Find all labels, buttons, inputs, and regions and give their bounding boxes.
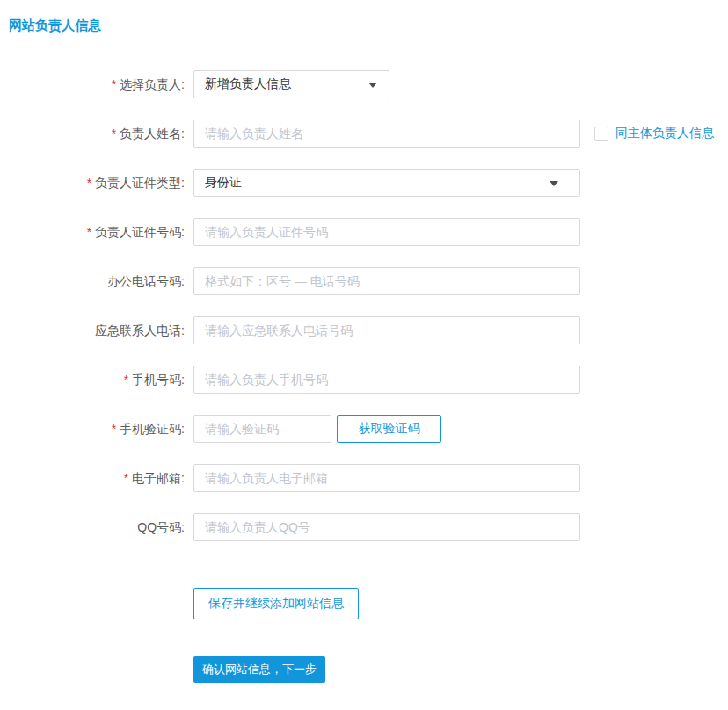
save-and-continue-button[interactable]: 保存并继续添加网站信息 bbox=[193, 588, 359, 619]
field-label-text: 手机号码: bbox=[132, 373, 185, 387]
chevron-down-icon bbox=[368, 83, 377, 88]
select-responsible-person[interactable]: 新增负责人信息 bbox=[193, 70, 389, 98]
field-label-text: 选择负责人: bbox=[120, 77, 185, 91]
form-row-id-number: *负责人证件号码: bbox=[0, 218, 728, 246]
field-label: QQ号码: bbox=[0, 513, 185, 541]
sms-code-input[interactable] bbox=[193, 415, 331, 443]
form-row-emergency-phone: 应急联系人电话: bbox=[0, 316, 728, 344]
required-asterisk: * bbox=[124, 373, 128, 387]
page-title: 网站负责人信息 bbox=[9, 18, 728, 33]
field-control: 身份证 bbox=[193, 169, 580, 197]
field-label-text: 办公电话号码: bbox=[107, 274, 185, 288]
same-subject-checkbox-label[interactable]: 同主体负责人信息 bbox=[615, 126, 714, 141]
select-value: 身份证 bbox=[205, 175, 242, 191]
form-row-qq: QQ号码: bbox=[0, 513, 728, 541]
form-row-id-type: *负责人证件类型: 身份证 bbox=[0, 169, 728, 197]
select-value: 新增负责人信息 bbox=[205, 76, 291, 92]
required-asterisk: * bbox=[112, 422, 116, 436]
field-label-text: 负责人证件号码: bbox=[95, 225, 185, 239]
email-input[interactable] bbox=[193, 464, 580, 492]
form-row-person-name: *负责人姓名: 同主体负责人信息 bbox=[0, 120, 728, 148]
field-label-text: 应急联系人电话: bbox=[95, 323, 185, 337]
get-sms-code-button[interactable]: 获取验证码 bbox=[337, 415, 441, 443]
confirm-next-button[interactable]: 确认网站信息，下一步 bbox=[193, 656, 325, 683]
required-asterisk: * bbox=[87, 176, 91, 190]
field-control bbox=[193, 513, 580, 541]
select-id-type[interactable]: 身份证 bbox=[193, 169, 580, 197]
field-label: 应急联系人电话: bbox=[0, 316, 185, 344]
field-label: *选择负责人: bbox=[0, 70, 185, 98]
responsible-person-form: *选择负责人: 新增负责人信息 *负责人姓名: 同主体负责人信息 *负责人证件类… bbox=[0, 70, 728, 541]
field-control bbox=[193, 218, 580, 246]
field-label: *手机验证码: bbox=[0, 415, 185, 443]
field-label: *电子邮箱: bbox=[0, 464, 185, 492]
field-control: 同主体负责人信息 bbox=[193, 120, 714, 148]
form-row-mobile: *手机号码: bbox=[0, 366, 728, 394]
required-asterisk: * bbox=[112, 77, 116, 91]
field-control bbox=[193, 464, 580, 492]
form-row-sms-code: *手机验证码: 获取验证码 bbox=[0, 415, 728, 443]
form-row-email: *电子邮箱: bbox=[0, 464, 728, 492]
field-label-text: 负责人证件类型: bbox=[95, 176, 185, 190]
id-number-input[interactable] bbox=[193, 218, 580, 246]
field-label-text: 手机验证码: bbox=[120, 422, 185, 436]
field-label: *负责人姓名: bbox=[0, 120, 185, 148]
field-label: *负责人证件类型: bbox=[0, 169, 185, 197]
field-label: *负责人证件号码: bbox=[0, 218, 185, 246]
qq-input[interactable] bbox=[193, 513, 580, 541]
field-control: 获取验证码 bbox=[193, 415, 441, 443]
required-asterisk: * bbox=[87, 225, 91, 239]
chevron-down-icon bbox=[550, 181, 558, 186]
field-control bbox=[193, 267, 580, 295]
mobile-input[interactable] bbox=[193, 366, 580, 394]
field-label-text: 电子邮箱: bbox=[132, 471, 185, 485]
field-label-text: QQ号码: bbox=[137, 520, 185, 534]
field-control: 新增负责人信息 bbox=[193, 70, 389, 98]
field-control bbox=[193, 316, 580, 344]
required-asterisk: * bbox=[124, 471, 128, 485]
field-label-text: 负责人姓名: bbox=[120, 127, 185, 141]
same-subject-checkbox[interactable] bbox=[594, 127, 608, 141]
form-row-select-person: *选择负责人: 新增负责人信息 bbox=[0, 70, 728, 98]
field-label: *手机号码: bbox=[0, 366, 185, 394]
form-row-office-phone: 办公电话号码: bbox=[0, 267, 728, 295]
field-label: 办公电话号码: bbox=[0, 267, 185, 295]
emergency-phone-input[interactable] bbox=[193, 316, 580, 344]
person-name-input[interactable] bbox=[193, 120, 580, 148]
office-phone-input[interactable] bbox=[193, 267, 580, 295]
action-buttons: 保存并继续添加网站信息 确认网站信息，下一步 bbox=[193, 588, 728, 683]
field-control bbox=[193, 366, 580, 394]
required-asterisk: * bbox=[112, 127, 116, 141]
